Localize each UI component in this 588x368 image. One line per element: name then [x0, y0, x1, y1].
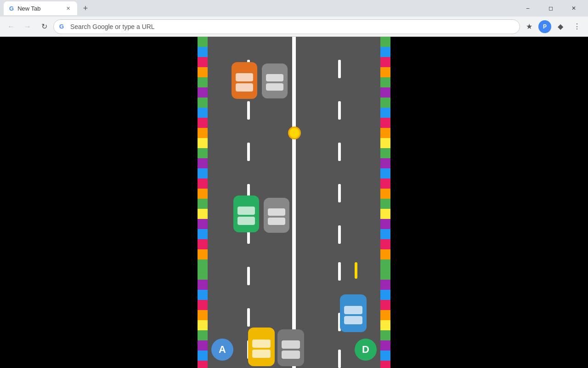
game-area: A D [198, 37, 390, 368]
car-window-top [282, 340, 300, 349]
border-block [380, 219, 390, 229]
border-block [380, 300, 390, 310]
border-block [198, 148, 208, 158]
border-block [380, 280, 390, 290]
tab-close-button[interactable]: ✕ [64, 5, 72, 12]
car-window-bottom [237, 217, 255, 225]
title-bar: G New Tab ✕ + – ◻ ✕ [0, 0, 588, 17]
player-d-button[interactable]: D [355, 339, 377, 361]
lane-dash [338, 184, 341, 202]
lane-dash [338, 262, 341, 281]
border-block [198, 280, 208, 290]
border-block [380, 98, 390, 108]
border-block [380, 340, 390, 351]
border-block [380, 270, 390, 280]
border-block [198, 128, 208, 138]
border-block [380, 199, 390, 209]
gray-car-mid [264, 198, 289, 233]
border-block [198, 340, 208, 351]
car-window-top [344, 306, 362, 314]
maximize-button[interactable]: ◻ [540, 0, 561, 17]
border-block [380, 168, 390, 178]
car-window-top [266, 74, 283, 81]
border-block [380, 351, 390, 361]
left-border [198, 37, 208, 368]
profile-icon[interactable]: P [538, 20, 551, 33]
border-block [198, 249, 208, 259]
border-block [380, 148, 390, 158]
car-window-bottom [268, 218, 285, 225]
car-window-top [268, 208, 285, 216]
car-window-top [236, 73, 253, 81]
border-block [380, 290, 390, 300]
border-block [198, 108, 208, 118]
lane-dash [247, 101, 250, 120]
border-block [380, 239, 390, 249]
orange-car [232, 62, 257, 99]
border-block [198, 189, 208, 199]
lane-dash [338, 60, 341, 78]
border-block [198, 199, 208, 209]
forward-button[interactable]: → [20, 19, 35, 34]
yellow-bar [355, 262, 357, 279]
border-block [380, 189, 390, 199]
border-block [380, 158, 390, 168]
border-block [380, 229, 390, 239]
border-block [198, 158, 208, 168]
border-block [380, 128, 390, 138]
border-block [198, 87, 208, 98]
close-button[interactable]: ✕ [563, 0, 584, 17]
border-block [198, 239, 208, 249]
border-block [380, 37, 390, 47]
border-block [380, 361, 390, 368]
border-block [380, 330, 390, 340]
browser-frame: G New Tab ✕ + – ◻ ✕ ← → ↻ G Search Googl… [0, 0, 588, 368]
border-block [198, 351, 208, 361]
border-block [198, 57, 208, 67]
lane-dash [338, 350, 341, 368]
center-line [292, 37, 296, 368]
extensions-button[interactable]: ◆ [553, 19, 568, 34]
player-a-button[interactable]: A [211, 339, 233, 361]
back-button[interactable]: ← [4, 19, 18, 34]
lane-dash [338, 143, 341, 161]
toolbar: ← → ↻ G Search Google or type a URL ★ P … [0, 17, 588, 37]
right-border [380, 37, 390, 368]
lane-dash [247, 143, 250, 161]
car-window-bottom [344, 316, 362, 324]
toolbar-right: ★ P ◆ ⋮ [522, 19, 584, 34]
content-area: A D [0, 37, 588, 368]
address-bar[interactable]: G Search Google or type a URL [53, 19, 520, 34]
border-block [380, 108, 390, 118]
border-block [380, 259, 390, 270]
border-block [380, 67, 390, 77]
car-window-top [252, 339, 271, 348]
border-block [198, 118, 208, 128]
reload-button[interactable]: ↻ [37, 19, 51, 34]
bookmark-button[interactable]: ★ [522, 19, 537, 34]
border-block [380, 138, 390, 148]
browser-tab[interactable]: G New Tab ✕ [4, 1, 77, 15]
car-window-bottom [252, 350, 271, 358]
tab-favicon: G [9, 5, 14, 12]
border-block [198, 47, 208, 57]
border-block [198, 67, 208, 77]
gray-car-top [262, 63, 288, 98]
lane-dash [338, 101, 341, 120]
border-block [380, 249, 390, 259]
yellow-car [248, 328, 275, 366]
border-block [380, 57, 390, 67]
border-block [198, 361, 208, 368]
minimize-button[interactable]: – [517, 0, 538, 17]
border-block [198, 259, 208, 270]
car-window-top [237, 207, 255, 215]
border-block [380, 320, 390, 330]
menu-button[interactable]: ⋮ [570, 19, 584, 34]
new-tab-button[interactable]: + [79, 2, 92, 15]
lane-dash [247, 267, 250, 285]
window-controls: – ◻ ✕ [517, 0, 584, 17]
border-block [198, 209, 208, 219]
border-block [198, 300, 208, 310]
border-block [198, 290, 208, 300]
border-block [198, 178, 208, 189]
